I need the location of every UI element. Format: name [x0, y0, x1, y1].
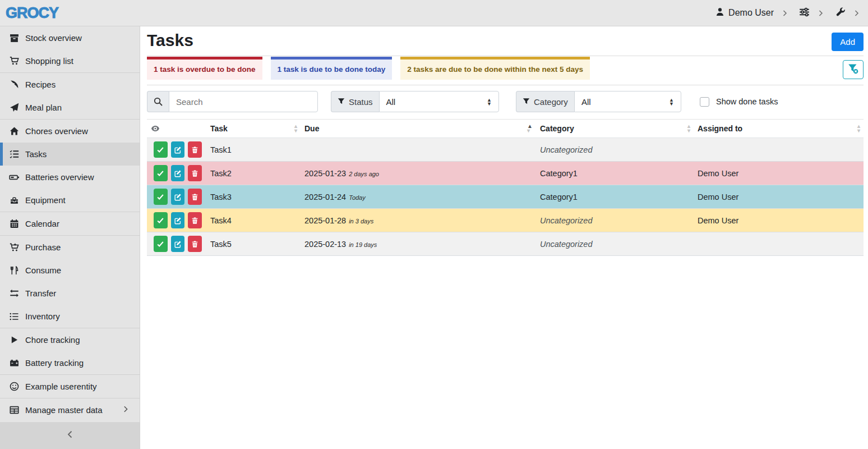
delete-button[interactable]	[188, 141, 202, 158]
user-menu-chevron-icon[interactable]	[781, 10, 788, 17]
mark-done-button[interactable]	[154, 212, 168, 228]
sidebar-item-recipes[interactable]: Recipes	[0, 73, 140, 96]
top-navbar: GROCY Demo User	[0, 0, 868, 26]
sort-icons: ▴▾	[857, 124, 860, 133]
column-visibility-header[interactable]	[147, 120, 206, 138]
delete-button[interactable]	[188, 165, 202, 181]
filter-clear-icon	[848, 63, 858, 76]
column-header-due[interactable]: Due▲▾	[301, 120, 536, 138]
mark-done-button[interactable]	[154, 189, 168, 205]
status-filter-label: Status	[331, 91, 379, 112]
table-icon	[9, 405, 19, 415]
delete-button[interactable]	[188, 212, 202, 228]
filter-funnel-icon	[338, 97, 345, 107]
sidebar-item-transfer[interactable]: Transfer	[0, 282, 140, 305]
exchange-icon	[9, 288, 19, 299]
user-name-label: Demo User	[728, 8, 774, 18]
show-done-tasks-toggle[interactable]: Show done tasks	[700, 97, 778, 107]
sidebar-item-label: Inventory	[25, 311, 60, 321]
task-name-cell: Task5	[206, 232, 301, 256]
column-header-assigned-to[interactable]: Assigned to▴▾	[694, 120, 864, 138]
chevron-left-icon	[66, 430, 75, 441]
category-select[interactable]: All ▲▼	[574, 91, 681, 112]
sidebar-collapse-button[interactable]	[0, 422, 140, 449]
home-icon	[9, 126, 19, 136]
sidebar-item-inventory[interactable]: Inventory	[0, 305, 140, 328]
add-task-button[interactable]: Add	[832, 33, 864, 51]
settings-chevron-icon[interactable]	[817, 10, 824, 17]
play-icon	[9, 335, 19, 345]
sidebar-item-label: Equipment	[25, 195, 66, 205]
task-category-cell: Uncategorized	[536, 138, 694, 162]
sidebar-item-battery-tracking[interactable]: Battery tracking	[0, 351, 140, 374]
sidebar-item-manage-master-data[interactable]: Manage master data	[0, 398, 140, 421]
user-icon	[715, 7, 724, 19]
clear-filter-button[interactable]	[843, 60, 864, 79]
task-category-cell: Category1	[536, 185, 694, 209]
search-input[interactable]	[169, 91, 318, 112]
edit-button[interactable]	[171, 212, 185, 228]
task-row: Task3 2025-01-24Today Category1 Demo Use…	[147, 185, 864, 209]
delete-button[interactable]	[188, 236, 202, 252]
task-category-cell: Uncategorized	[536, 209, 694, 232]
sidebar-item-meal-plan[interactable]: Meal plan	[0, 96, 140, 119]
chevron-right-icon	[122, 405, 130, 415]
delete-button[interactable]	[188, 189, 202, 205]
sidebar-item-equipment[interactable]: Equipment	[0, 189, 140, 212]
cart-icon	[9, 56, 19, 66]
column-header-category[interactable]: Category▴▾	[536, 120, 694, 138]
mark-done-button[interactable]	[154, 236, 168, 252]
show-done-tasks-checkbox[interactable]	[700, 97, 709, 107]
pizza-icon	[9, 80, 19, 90]
task-name-cell: Task1	[206, 138, 301, 162]
search-icon	[147, 91, 169, 112]
filter-funnel-icon	[523, 97, 530, 107]
sidebar-item-batteries-overview[interactable]: Batteries overview	[0, 166, 140, 189]
tasks-table: Task▴▾ Due▲▾ Category▴▾ Assigned to▴▾ Ta…	[147, 119, 864, 256]
box-icon	[9, 33, 19, 43]
admin-chevron-icon[interactable]	[853, 10, 860, 17]
edit-button[interactable]	[171, 165, 185, 181]
task-name-cell: Task4	[206, 209, 301, 232]
sidebar-item-chore-tracking[interactable]: Chore tracking	[0, 328, 140, 351]
task-row: Task4 2025-01-28in 3 days Uncategorized …	[147, 209, 864, 232]
sidebar-item-label: Tasks	[25, 149, 47, 159]
sidebar-item-label: Example userentity	[25, 382, 97, 391]
column-header-task[interactable]: Task▴▾	[206, 120, 301, 138]
mark-done-button[interactable]	[154, 165, 168, 181]
sidebar-item-tasks[interactable]: Tasks	[0, 143, 140, 166]
sidebar-item-example-userentity[interactable]: Example userentity	[0, 375, 140, 398]
task-assigned-cell: Demo User	[694, 162, 864, 185]
sidebar-item-chores-overview[interactable]: Chores overview	[0, 120, 140, 143]
sidebar-item-stock-overview[interactable]: Stock overview	[0, 26, 140, 49]
edit-button[interactable]	[171, 141, 185, 158]
sidebar-item-label: Chores overview	[25, 126, 88, 136]
sidebar-item-consume[interactable]: Consume	[0, 259, 140, 282]
status-select[interactable]: All ▲▼	[379, 91, 499, 112]
sidebar-item-calendar[interactable]: Calendar	[0, 212, 140, 235]
sidebar-item-purchase[interactable]: Purchase	[0, 236, 140, 259]
grocy-logo[interactable]: GROCY	[6, 4, 58, 22]
list-icon	[9, 311, 19, 322]
user-menu[interactable]: Demo User	[715, 7, 774, 19]
tasks-icon	[9, 149, 19, 159]
task-category-cell: Category1	[536, 162, 694, 185]
task-due-cell: 2025-01-232 days ago	[301, 162, 536, 185]
sidebar-item-shopping-list[interactable]: Shopping list	[0, 49, 140, 72]
admin-wrench-icon[interactable]	[836, 7, 846, 19]
category-filter-label: Category	[516, 91, 574, 112]
alert-due-today: 1 task is due to be done today	[271, 57, 393, 80]
sidebar-item-label: Manage master data	[25, 405, 103, 415]
mark-done-button[interactable]	[154, 141, 168, 158]
battery-icon	[9, 172, 19, 182]
utensils-icon	[9, 265, 19, 276]
eye-icon	[151, 124, 202, 133]
edit-button[interactable]	[171, 189, 185, 205]
sidebar-item-label: Purchase	[25, 242, 61, 252]
edit-button[interactable]	[171, 236, 185, 252]
settings-sliders-icon[interactable]	[799, 7, 810, 20]
task-due-cell: 2025-01-24Today	[301, 185, 536, 209]
sidebar-item-label: Consume	[25, 265, 61, 275]
table-header-row: Task▴▾ Due▲▾ Category▴▾ Assigned to▴▾	[147, 120, 864, 138]
page-title: Tasks	[147, 30, 193, 51]
